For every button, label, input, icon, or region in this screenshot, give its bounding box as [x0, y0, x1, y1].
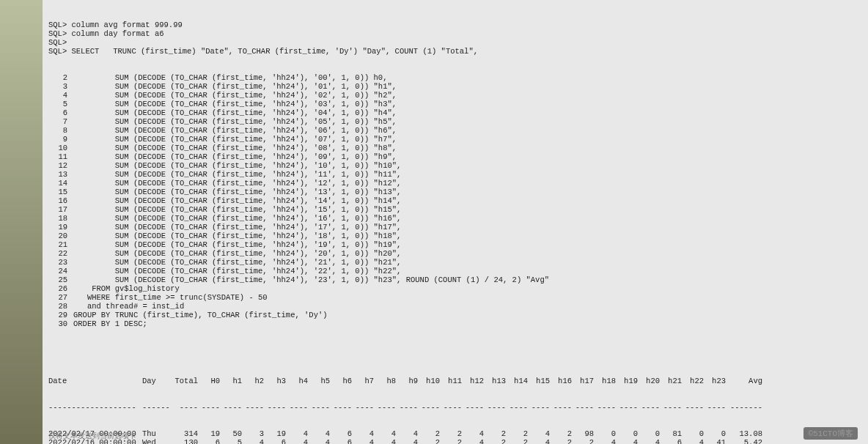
line-number: 24: [48, 267, 73, 275]
line-number: 25: [48, 275, 73, 284]
sql-line: 4 SUM (DECODE (TO_CHAR (first_time, 'hh2…: [48, 91, 862, 100]
sql-line: 23 SUM (DECODE (TO_CHAR (first_time, 'hh…: [48, 258, 862, 267]
line-number: 14: [48, 179, 73, 188]
col-sep: ----: [172, 403, 198, 412]
sql-header-block: SQL> column avg format 999.99SQL> column…: [48, 21, 862, 56]
terminal-pane[interactable]: SQL> column avg format 999.99SQL> column…: [43, 0, 868, 444]
line-number: 20: [48, 232, 73, 240]
sql-line: 19 SUM (DECODE (TO_CHAR (first_time, 'hh…: [48, 223, 862, 232]
cell-h7: 4: [352, 438, 374, 444]
sql-line: SQL> column avg format 999.99: [48, 21, 862, 29]
line-number: 16: [48, 196, 73, 205]
sql-line: 5 SUM (DECODE (TO_CHAR (first_time, 'hh2…: [48, 100, 862, 108]
col-sep: ----: [374, 403, 396, 412]
col-sep: ----: [286, 403, 308, 412]
sql-line: 30ORDER BY 1 DESC;: [48, 319, 862, 328]
line-text: SUM (DECODE (TO_CHAR (first_time, 'hh24'…: [73, 91, 862, 100]
line-text: SUM (DECODE (TO_CHAR (first_time, 'hh24'…: [73, 144, 862, 152]
col-sep: ----: [220, 403, 242, 412]
line-number: 22: [48, 249, 73, 258]
col-header: h5: [308, 377, 330, 385]
col-sep: ----: [242, 403, 264, 412]
sql-line: SQL> column day format a6: [48, 29, 862, 38]
col-header: h8: [374, 377, 396, 385]
col-sep: ----: [616, 403, 638, 412]
col-header: h7: [352, 377, 374, 385]
sql-line: 9 SUM (DECODE (TO_CHAR (first_time, 'hh2…: [48, 135, 862, 144]
cell-h21: 6: [660, 438, 682, 444]
cell-h9: 4: [396, 438, 418, 444]
col-header: H0: [198, 377, 220, 385]
cell-h10: 2: [418, 438, 440, 444]
cell-h15: 4: [528, 429, 550, 438]
cell-h12: 4: [462, 438, 484, 444]
col-header: h17: [572, 377, 594, 385]
table-header: DateDayTotalH0h1h2h3h4h5h6h7h8h9h10h11h1…: [48, 377, 862, 385]
col-header: h23: [704, 377, 726, 385]
line-number: 11: [48, 152, 73, 161]
cell-h13: 2: [484, 429, 506, 438]
line-number: 19: [48, 223, 73, 232]
col-header: h6: [330, 377, 352, 385]
col-sep: ----: [352, 403, 374, 412]
line-number: 17: [48, 205, 73, 214]
sql-line: 15 SUM (DECODE (TO_CHAR (first_time, 'hh…: [48, 188, 862, 196]
cell-h15: 4: [528, 438, 550, 444]
cell-h16: 2: [550, 438, 572, 444]
col-header: h3: [264, 377, 286, 385]
sql-line: 2 SUM (DECODE (TO_CHAR (first_time, 'hh2…: [48, 73, 862, 82]
cell-h2: 3: [242, 429, 264, 438]
cell-h20: 0: [638, 429, 660, 438]
sql-line: 3 SUM (DECODE (TO_CHAR (first_time, 'hh2…: [48, 82, 862, 91]
line-text: SUM (DECODE (TO_CHAR (first_time, 'hh24'…: [73, 100, 862, 108]
sql-line: 10 SUM (DECODE (TO_CHAR (first_time, 'hh…: [48, 144, 862, 152]
line-number: 15: [48, 188, 73, 196]
line-number: 12: [48, 161, 73, 170]
line-number: 30: [48, 319, 73, 328]
line-text: SUM (DECODE (TO_CHAR (first_time, 'hh24'…: [73, 196, 862, 205]
cell-h2: 4: [242, 438, 264, 444]
cell-day: Wed: [142, 438, 172, 444]
line-text: FROM gv$log_history: [73, 284, 862, 293]
table-separator: ----------------------------------------…: [48, 403, 862, 412]
line-number: 21: [48, 240, 73, 249]
watermark-label: ©51CTO博客: [803, 427, 858, 440]
cell-h19: 0: [616, 429, 638, 438]
col-sep: ----: [550, 403, 572, 412]
sql-line: 13 SUM (DECODE (TO_CHAR (first_time, 'hh…: [48, 170, 862, 179]
sql-line: 8 SUM (DECODE (TO_CHAR (first_time, 'hh2…: [48, 126, 862, 135]
cell-h6: 6: [330, 429, 352, 438]
line-number: 3: [48, 82, 73, 91]
col-sep: ----: [418, 403, 440, 412]
col-sep: ----: [594, 403, 616, 412]
sql-line: 21 SUM (DECODE (TO_CHAR (first_time, 'hh…: [48, 240, 862, 249]
line-number: 18: [48, 214, 73, 223]
line-text: SUM (DECODE (TO_CHAR (first_time, 'hh24'…: [73, 223, 862, 232]
col-sep: ----: [572, 403, 594, 412]
line-number: 7: [48, 117, 73, 126]
sql-line: 12 SUM (DECODE (TO_CHAR (first_time, 'hh…: [48, 161, 862, 170]
col-sep: ----: [330, 403, 352, 412]
cell-h20: 4: [638, 438, 660, 444]
col-sep: ----: [704, 403, 726, 412]
col-sep: ----: [660, 403, 682, 412]
line-number: 9: [48, 135, 73, 144]
line-text: ORDER BY 1 DESC;: [73, 319, 862, 328]
sql-line: 17 SUM (DECODE (TO_CHAR (first_time, 'hh…: [48, 205, 862, 214]
col-header: Total: [172, 377, 198, 385]
col-sep: ------: [142, 403, 172, 412]
col-header: h19: [616, 377, 638, 385]
cell-h16: 2: [550, 429, 572, 438]
line-text: SUM (DECODE (TO_CHAR (first_time, 'hh24'…: [73, 126, 862, 135]
line-text: WHERE first_time >= trunc(SYSDATE) - 50: [73, 293, 862, 302]
col-header: h12: [462, 377, 484, 385]
line-number: 6: [48, 108, 73, 117]
cell-h22: 0: [682, 429, 704, 438]
line-number: 26: [48, 284, 73, 293]
cell-h14: 2: [506, 429, 528, 438]
sql-line: 26 FROM gv$log_history: [48, 284, 862, 293]
line-text: SUM (DECODE (TO_CHAR (first_time, 'hh24'…: [73, 161, 862, 170]
col-header: h11: [440, 377, 462, 385]
cell-h13: 2: [484, 438, 506, 444]
cell-h11: 2: [440, 429, 462, 438]
